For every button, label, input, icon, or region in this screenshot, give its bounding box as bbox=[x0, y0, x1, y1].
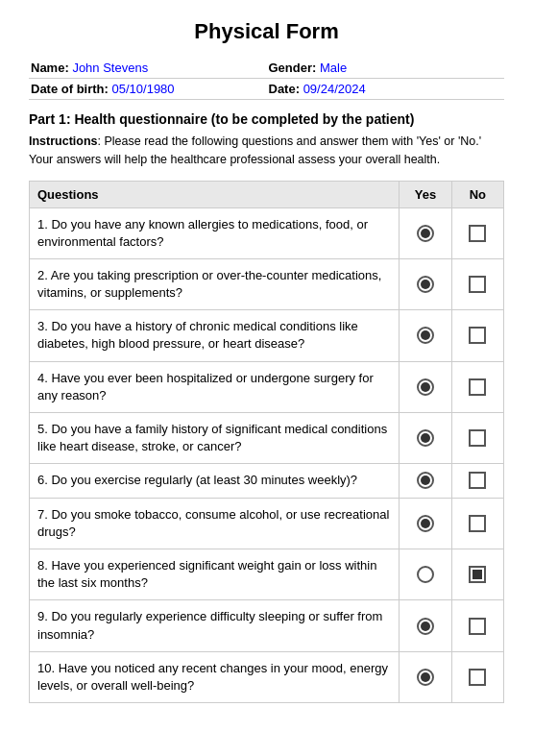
yes-radio[interactable] bbox=[417, 327, 434, 344]
question-text: 6. Do you exercise regularly (at least 3… bbox=[30, 464, 400, 498]
yes-radio[interactable] bbox=[417, 669, 434, 686]
yes-radio[interactable] bbox=[417, 225, 434, 242]
col-header-no: No bbox=[451, 181, 503, 207]
question-text: 3. Do you have a history of chronic medi… bbox=[30, 310, 400, 361]
patient-info-table: Name: John Stevens Gender: Male Date of … bbox=[29, 58, 504, 100]
dob-label: Date of birth: bbox=[31, 82, 109, 96]
yes-cell[interactable] bbox=[400, 651, 451, 702]
no-checkbox[interactable] bbox=[469, 515, 486, 532]
yes-cell[interactable] bbox=[400, 310, 451, 361]
table-row: 6. Do you exercise regularly (at least 3… bbox=[30, 464, 504, 498]
no-checkbox[interactable] bbox=[469, 225, 486, 242]
gender-value: Male bbox=[320, 61, 347, 75]
yes-radio[interactable] bbox=[417, 276, 434, 293]
col-header-yes: Yes bbox=[400, 181, 451, 207]
yes-cell[interactable] bbox=[400, 549, 451, 599]
question-text: 4. Have you ever been hospitalized or un… bbox=[30, 361, 400, 412]
name-label: Name: bbox=[31, 61, 69, 75]
name-value: John Stevens bbox=[72, 61, 148, 75]
no-cell[interactable] bbox=[451, 361, 503, 412]
no-checkbox[interactable] bbox=[469, 378, 486, 396]
section-title: Part 1: Health questionnaire (to be comp… bbox=[29, 111, 504, 127]
yes-cell[interactable] bbox=[400, 600, 451, 651]
question-text: 1. Do you have any known allergies to me… bbox=[30, 207, 400, 258]
table-row: 4. Have you ever been hospitalized or un… bbox=[30, 361, 504, 412]
no-cell[interactable] bbox=[451, 207, 503, 258]
no-checkbox[interactable] bbox=[469, 618, 486, 635]
yes-cell[interactable] bbox=[400, 413, 451, 464]
no-checkbox[interactable] bbox=[469, 472, 486, 489]
table-row: 1. Do you have any known allergies to me… bbox=[30, 207, 504, 258]
no-cell[interactable] bbox=[451, 310, 503, 361]
table-row: 5. Do you have a family history of signi… bbox=[30, 413, 504, 464]
no-checkbox[interactable] bbox=[469, 429, 486, 447]
date-value: 09/24/2024 bbox=[303, 82, 366, 96]
no-cell[interactable] bbox=[451, 600, 503, 651]
gender-label: Gender: bbox=[269, 61, 317, 75]
question-text: 8. Have you experienced significant weig… bbox=[30, 549, 400, 599]
no-cell[interactable] bbox=[451, 498, 503, 549]
question-text: 10. Have you noticed any recent changes … bbox=[30, 651, 400, 702]
yes-radio[interactable] bbox=[417, 618, 434, 635]
no-checkbox[interactable] bbox=[469, 566, 486, 583]
instructions-label: Instructions bbox=[29, 134, 98, 148]
yes-cell[interactable] bbox=[400, 498, 451, 549]
no-cell[interactable] bbox=[451, 549, 503, 599]
page-title: Physical Form bbox=[29, 19, 504, 44]
questions-table: Questions Yes No 1. Do you have any know… bbox=[29, 181, 504, 704]
yes-cell[interactable] bbox=[400, 207, 451, 258]
table-row: 3. Do you have a history of chronic medi… bbox=[30, 310, 504, 361]
yes-radio[interactable] bbox=[417, 378, 434, 396]
no-cell[interactable] bbox=[451, 464, 503, 498]
date-label: Date: bbox=[269, 82, 301, 96]
table-row: 9. Do you regularly experience difficult… bbox=[30, 600, 504, 651]
yes-radio[interactable] bbox=[417, 429, 434, 447]
dob-value: 05/10/1980 bbox=[112, 82, 175, 96]
no-checkbox[interactable] bbox=[469, 276, 486, 293]
instructions-text: : Please read the following questions an… bbox=[29, 134, 481, 166]
table-row: 7. Do you smoke tobacco, consume alcohol… bbox=[30, 498, 504, 549]
question-text: 2. Are you taking prescription or over-t… bbox=[30, 258, 400, 309]
no-cell[interactable] bbox=[451, 258, 503, 309]
question-text: 5. Do you have a family history of signi… bbox=[30, 413, 400, 464]
col-header-questions: Questions bbox=[30, 181, 400, 207]
yes-radio[interactable] bbox=[417, 515, 434, 532]
no-checkbox[interactable] bbox=[469, 327, 486, 344]
question-text: 9. Do you regularly experience difficult… bbox=[30, 600, 400, 651]
question-text: 7. Do you smoke tobacco, consume alcohol… bbox=[30, 498, 400, 549]
no-checkbox[interactable] bbox=[469, 669, 486, 686]
no-cell[interactable] bbox=[451, 413, 503, 464]
yes-radio[interactable] bbox=[417, 566, 434, 583]
yes-cell[interactable] bbox=[400, 464, 451, 498]
table-row: 8. Have you experienced significant weig… bbox=[30, 549, 504, 599]
table-row: 10. Have you noticed any recent changes … bbox=[30, 651, 504, 702]
no-cell[interactable] bbox=[451, 651, 503, 702]
table-row: 2. Are you taking prescription or over-t… bbox=[30, 258, 504, 309]
instructions: Instructions: Please read the following … bbox=[29, 133, 504, 169]
yes-cell[interactable] bbox=[400, 258, 451, 309]
yes-radio[interactable] bbox=[417, 472, 434, 489]
yes-cell[interactable] bbox=[400, 361, 451, 412]
